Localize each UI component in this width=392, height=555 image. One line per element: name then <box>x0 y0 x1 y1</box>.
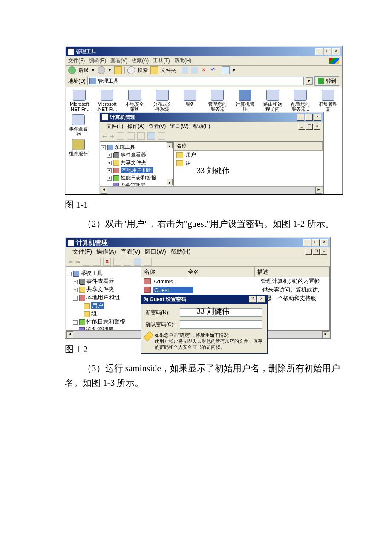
tree-event-viewer[interactable]: 事件查看器 <box>86 278 114 284</box>
cm-props-icon[interactable] <box>127 132 135 140</box>
confirm-password-input[interactable] <box>180 320 262 329</box>
cm2-fwd-icon[interactable]: ⇒ <box>75 259 80 265</box>
forward-icon[interactable] <box>98 66 105 74</box>
cm-up-icon[interactable] <box>117 132 124 140</box>
tree-system-tools[interactable]: 系统工具 <box>81 270 103 276</box>
tree-toggle[interactable]: - <box>73 296 78 301</box>
cm-menu-action[interactable]: 操作(A) <box>127 123 144 130</box>
tree-system-tools[interactable]: 系统工具 <box>115 144 135 150</box>
tree-toggle[interactable]: + <box>107 176 112 181</box>
icon-rras[interactable]: 路由和远程访问 <box>261 90 285 112</box>
cm2-max-button[interactable]: □ <box>312 239 320 246</box>
menu-tools[interactable]: 工具(T) <box>153 57 170 64</box>
cm-menu-help[interactable]: 帮助(H) <box>193 123 210 130</box>
undo-icon[interactable]: ↶ <box>210 67 216 74</box>
tree-toggle[interactable]: + <box>107 161 112 165</box>
address-dropdown[interactable]: ▼ <box>306 77 313 85</box>
icon-cluster[interactable]: 群集管理器 <box>316 90 340 112</box>
dlg-help-button[interactable]: ? <box>249 296 257 303</box>
tree-scroll-up[interactable]: ▲ <box>167 142 173 148</box>
col-name[interactable]: 名称 <box>174 142 323 150</box>
folders-label[interactable]: 文件夹 <box>161 67 176 74</box>
up-icon[interactable] <box>114 66 122 74</box>
cm2-close-button[interactable]: × <box>320 239 328 246</box>
tree-event-viewer[interactable]: 事件查看器 <box>121 152 146 158</box>
cm2-tb5[interactable] <box>144 258 152 266</box>
cm2-menu-window[interactable]: 窗口(W) <box>144 248 166 256</box>
cm2-help-icon[interactable] <box>134 258 141 266</box>
icon-dfs[interactable]: 分布式文件系统 <box>150 90 174 112</box>
scroll-left-button[interactable]: ◄ <box>101 187 107 194</box>
tree-toggle[interactable]: - <box>67 272 72 276</box>
cm2-tree[interactable]: -系统工具 +事件查看器 +共享文件夹 -本地用户和组 用户 组 +性能日志和警… <box>66 267 141 331</box>
cm-back-icon[interactable]: ⇐ <box>102 133 107 139</box>
list-item-users[interactable]: 用户 <box>174 151 323 159</box>
tree-perf[interactable]: 性能日志和警报 <box>121 175 156 181</box>
cm-fwd-icon[interactable]: ⇒ <box>110 133 114 139</box>
cm2-mdi-min[interactable]: _ <box>305 249 312 255</box>
cm-extra-icon[interactable] <box>158 132 165 140</box>
delete-icon[interactable]: × <box>200 67 207 74</box>
icon-ms-net-1[interactable]: Microsoft.NET Fr... <box>67 90 92 112</box>
col-desc[interactable]: 描述 <box>255 267 329 277</box>
menu-view[interactable]: 查看(V) <box>110 57 127 64</box>
tree-local-users[interactable]: 本地用户和组 <box>86 294 120 301</box>
cm-help-icon[interactable] <box>147 132 155 140</box>
cm-menu-file[interactable]: 文件(F) <box>107 123 123 130</box>
dlg-close-button[interactable]: × <box>257 296 265 303</box>
tree-toggle[interactable]: + <box>107 153 112 158</box>
cm2-back-icon[interactable]: ⇐ <box>68 259 73 265</box>
menu-edit[interactable]: 编辑(E) <box>89 57 106 64</box>
scroll-left-button[interactable]: ◄ <box>66 331 73 338</box>
cm2-min-button[interactable]: _ <box>303 239 311 246</box>
col-fullname[interactable]: 全名 <box>185 267 255 277</box>
icon-services[interactable]: 服务 <box>178 90 202 112</box>
views-icon[interactable] <box>222 66 230 74</box>
cm2-menu-action[interactable]: 操作(A) <box>96 248 116 256</box>
scroll-right-button[interactable]: ► <box>315 187 322 194</box>
tree-toggle[interactable]: + <box>73 288 78 292</box>
icon-config-server[interactable]: 配置您的服务器... <box>288 90 312 112</box>
cm-hscroll[interactable]: ◄ ► <box>100 186 323 194</box>
move-icon[interactable] <box>182 67 188 74</box>
back-icon[interactable] <box>68 66 76 74</box>
user-row-guest[interactable]: Guest 供来宾访问计算机或访. <box>141 286 329 294</box>
list-item-groups[interactable]: 组 <box>174 159 323 167</box>
tree-toggle[interactable]: + <box>73 320 78 325</box>
folders-icon[interactable] <box>150 66 158 74</box>
scroll-right-button[interactable]: ► <box>322 331 329 338</box>
copy-icon[interactable] <box>191 67 198 74</box>
user-row-admin[interactable]: Adminis... 管理计算机(域)的内置帐 <box>141 277 329 286</box>
tree-shared-folders[interactable]: 共享文件夹 <box>86 286 114 292</box>
tree-local-users[interactable]: 本地用户和组 <box>121 167 153 173</box>
cm-min-button[interactable]: _ <box>297 114 304 121</box>
menu-file[interactable]: 文件(F) <box>68 57 85 64</box>
menu-favorites[interactable]: 收藏(A) <box>132 57 149 64</box>
tree-device-mgr[interactable]: 设备管理器 <box>120 182 146 186</box>
mdi-restore-button[interactable]: ❐ <box>306 124 313 130</box>
back-label[interactable]: 后退 <box>78 67 89 74</box>
tree-toggle[interactable]: + <box>73 280 78 284</box>
search-icon[interactable] <box>127 66 135 74</box>
go-button[interactable]: 转到 <box>314 76 339 86</box>
tree-device-mgr[interactable]: 设备管理器 <box>86 327 114 331</box>
cm2-menu-view[interactable]: 查看(V) <box>121 248 141 256</box>
address-combo[interactable]: 管理工具 <box>87 77 304 85</box>
icon-event-viewer[interactable]: 事件查看器 <box>66 114 90 136</box>
cm2-tb3[interactable] <box>113 258 121 266</box>
close-button[interactable]: × <box>332 48 340 55</box>
cm-menu-window[interactable]: 窗口(W) <box>170 123 188 130</box>
tree-groups-node[interactable]: 组 <box>91 310 97 317</box>
cm2-menu-file[interactable]: 文件(F) <box>72 248 92 256</box>
cm-max-button[interactable]: □ <box>305 114 313 121</box>
cm-close-button[interactable]: × <box>314 114 321 121</box>
cm-refresh-icon[interactable] <box>137 132 145 140</box>
cm2-tb4[interactable] <box>124 258 131 266</box>
menu-help[interactable]: 帮助(H) <box>174 57 192 64</box>
tree-shared-folders[interactable]: 共享文件夹 <box>121 159 146 165</box>
search-label[interactable]: 搜索 <box>138 67 148 74</box>
col-name[interactable]: 名称 <box>141 267 185 277</box>
cm-menu-view[interactable]: 查看(V) <box>149 123 166 130</box>
icon-ms-net-2[interactable]: Microsoft.NET Fr... <box>95 90 119 112</box>
tree-users-node[interactable]: 用户 <box>91 302 104 309</box>
